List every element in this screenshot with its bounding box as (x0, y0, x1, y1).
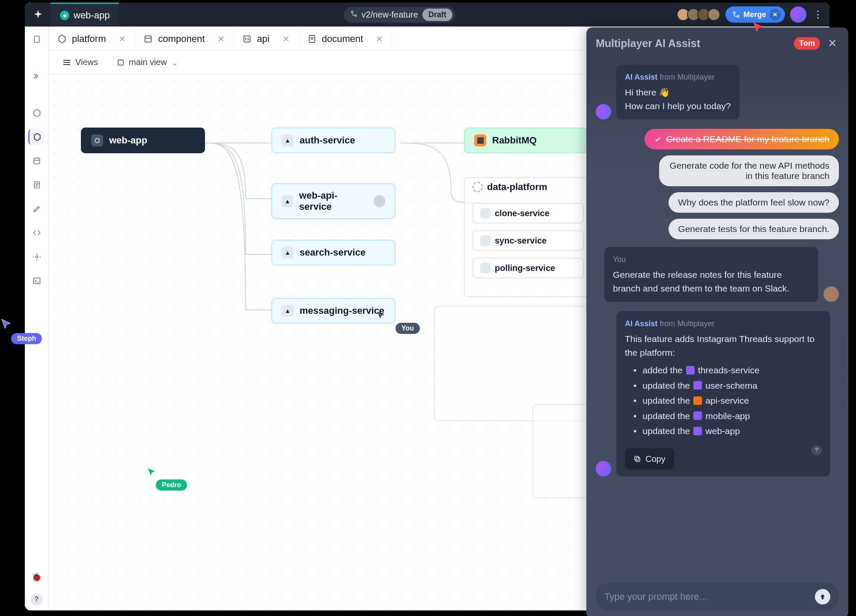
link-text[interactable]: web-app (705, 424, 740, 438)
close-icon[interactable]: ✕ (217, 34, 225, 44)
close-icon[interactable]: ✕ (376, 34, 383, 44)
sender-name: You (613, 255, 626, 264)
sender-from: from Multiplayer (660, 73, 714, 81)
node-clone[interactable]: clone-service (473, 203, 584, 223)
tab-label: platform (72, 33, 106, 45)
link-icon (686, 366, 695, 375)
tab-label: component (158, 33, 205, 45)
top-center: v2/new-feature Draft (119, 7, 679, 23)
svg-rect-12 (118, 60, 123, 65)
user-message: You Generate the release notes for this … (596, 247, 839, 302)
node-rabbitmq[interactable]: ⬛ RabbitMQ (464, 128, 588, 153)
send-button[interactable] (815, 589, 830, 604)
release-list: added the threads-service updated the us… (633, 363, 822, 438)
node-label: messaging-service (300, 305, 384, 316)
hex-icon (57, 34, 67, 44)
tom-cursor-icon (752, 21, 764, 33)
merge-icon (732, 11, 740, 18)
node-label: auth-service (300, 135, 355, 146)
link-text[interactable]: threads-service (698, 363, 760, 377)
component-icon[interactable] (29, 153, 45, 169)
node-icon: ▲ (282, 134, 294, 146)
copy-icon (633, 455, 641, 463)
prompt-input[interactable] (604, 591, 809, 602)
doc-icon (307, 34, 317, 44)
link-text[interactable]: user-schema (705, 379, 757, 393)
branch-name: v2/new-feature (362, 10, 418, 20)
suggestion-readme[interactable]: Create a README for my feature branch (645, 129, 839, 149)
svg-rect-5 (34, 158, 39, 164)
msg-line: This feature adds Instagram Threads supp… (625, 332, 822, 359)
branch-selector[interactable]: v2/new-feature Draft (344, 7, 455, 23)
arrow-up-icon (819, 593, 826, 601)
hexagon-icon[interactable] (28, 129, 44, 145)
merge-close-icon[interactable]: ✕ (770, 9, 781, 20)
tab-document[interactable]: document ✕ (299, 27, 392, 50)
node-webapp[interactable]: ⬡ web-app (81, 128, 205, 153)
cube-icon[interactable] (29, 105, 45, 121)
close-icon[interactable]: ✕ (119, 34, 126, 44)
profile-avatar[interactable] (790, 6, 806, 23)
svg-rect-8 (33, 278, 40, 283)
suggestion-label: Generate code for the new API methods in… (669, 161, 829, 181)
node-sync[interactable]: sync-service (473, 230, 584, 251)
help-icon[interactable]: ? (31, 593, 43, 605)
edit-icon[interactable] (29, 201, 45, 217)
ai-messages[interactable]: AI Assist from Multiplayer Hi there 👋 Ho… (596, 52, 839, 583)
workspace-tab[interactable]: ◆ web-app (51, 3, 119, 27)
bug-icon[interactable]: 🐞 (29, 569, 45, 585)
close-icon[interactable]: ✕ (282, 34, 290, 44)
ai-panel-header: Multiplayer AI Assist Tom ✕ (596, 35, 839, 52)
close-icon[interactable]: ✕ (826, 35, 839, 52)
svg-rect-19 (636, 458, 640, 461)
you-cursor-tag: You (395, 323, 420, 334)
node-label: polling-service (495, 263, 555, 273)
workspace-icon: ◆ (60, 11, 69, 20)
suggestion-generate-code[interactable]: Generate code for the new API methods in… (659, 155, 839, 186)
app-logo-icon[interactable] (30, 6, 46, 23)
merge-label: Merge (743, 10, 766, 19)
group-title[interactable]: data-platform (473, 182, 547, 193)
node-webapi[interactable]: ▲ web-api-service (271, 183, 395, 219)
settings-icon[interactable] (29, 249, 45, 265)
tab-platform[interactable]: platform ✕ (49, 27, 135, 50)
tab-api[interactable]: api ✕ (234, 27, 298, 50)
ai-avatar-icon (596, 461, 611, 476)
link-text[interactable]: api-service (705, 394, 749, 408)
copy-button[interactable]: Copy (625, 448, 674, 470)
ai-message: AI Assist from Multiplayer This feature … (596, 311, 839, 476)
node-polling[interactable]: polling-service (473, 258, 584, 278)
ai-panel-title: Multiplayer AI Assist (596, 37, 788, 50)
tab-component[interactable]: component ✕ (135, 27, 234, 50)
node-search[interactable]: ▲ search-service (271, 240, 395, 265)
views-button[interactable]: Views (57, 55, 103, 70)
file-icon[interactable] (29, 32, 45, 47)
suggestion-row: Generate tests for this feature branch. (596, 219, 839, 239)
user-avatar-icon (823, 286, 839, 302)
node-icon: ▲ (282, 305, 294, 317)
node-label: clone-service (495, 208, 550, 218)
node-label: sync-service (495, 236, 547, 246)
chevron-down-icon: ⌄ (171, 57, 178, 68)
list-icon (62, 60, 71, 65)
view-selector[interactable]: main view ⌄ (111, 55, 184, 70)
more-menu-icon[interactable]: ⋮ (811, 7, 824, 22)
collaborator-avatars[interactable] (679, 8, 720, 21)
collaborator-avatar[interactable] (707, 8, 720, 21)
list-item: updated the user-schema (633, 379, 822, 393)
terminal-icon[interactable] (29, 273, 45, 289)
link-text[interactable]: mobile-app (705, 409, 750, 423)
node-auth[interactable]: ▲ auth-service (271, 128, 395, 153)
expand-icon[interactable] (29, 68, 45, 84)
suggestion-generate-tests[interactable]: Generate tests for this feature branch. (669, 219, 839, 239)
doc-icon[interactable] (29, 177, 45, 193)
node-label: web-app (109, 135, 147, 146)
code-icon[interactable] (29, 225, 45, 241)
svg-rect-9 (145, 36, 152, 42)
msg-line: Generate the release notes for this feat… (613, 268, 810, 295)
suggestion-why-slow[interactable]: Why does the platform feel slow now? (669, 192, 839, 213)
user-bubble: You Generate the release notes for this … (604, 247, 818, 302)
steph-cursor-tag: Steph (11, 333, 42, 344)
node-icon: ▲ (282, 247, 294, 259)
help-icon[interactable]: ? (811, 445, 822, 455)
